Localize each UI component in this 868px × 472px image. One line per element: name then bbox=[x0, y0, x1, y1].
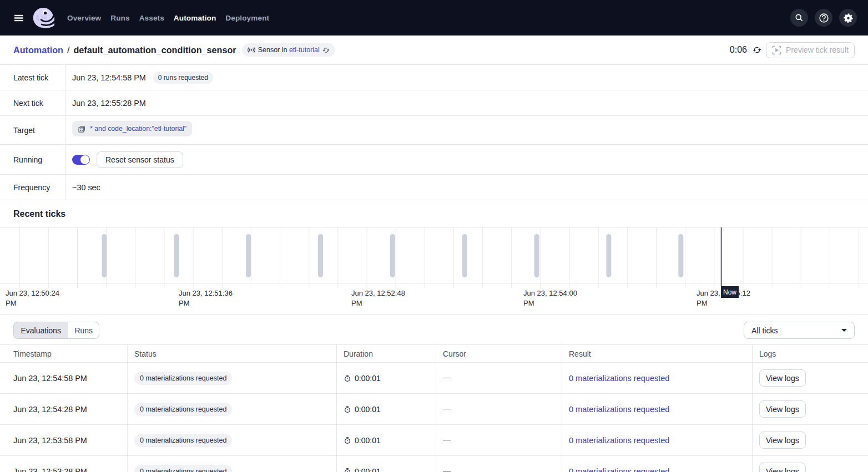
svg-text:Jun 23, 12:52:48: Jun 23, 12:52:48 bbox=[351, 289, 405, 297]
svg-text:PM: PM bbox=[697, 299, 708, 307]
svg-text:PM: PM bbox=[523, 299, 534, 307]
svg-text:Jun 23, 12:50:24: Jun 23, 12:50:24 bbox=[6, 289, 59, 297]
svg-text:Now: Now bbox=[723, 288, 736, 296]
svg-text:PM: PM bbox=[179, 299, 190, 307]
svg-text:Jun 23, 12:51:36: Jun 23, 12:51:36 bbox=[179, 289, 233, 297]
svg-text:PM: PM bbox=[351, 299, 362, 307]
svg-text:Jun 23, 12:54:00: Jun 23, 12:54:00 bbox=[523, 289, 577, 297]
svg-text:PM: PM bbox=[6, 299, 17, 307]
